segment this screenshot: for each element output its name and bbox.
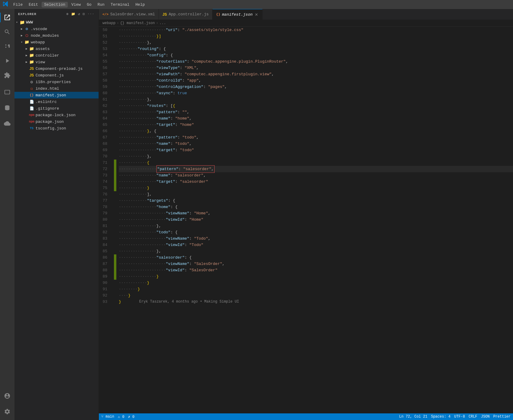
code-line-80: ····················"viewId": "Home" [119, 216, 513, 223]
tree-arrow-webapp: ▾ [19, 40, 24, 44]
tree-item-tsconfig[interactable]: ▶ TS tsconfig.json [14, 125, 99, 132]
code-line-72: ················"pattern": "salesorder", [119, 166, 513, 172]
extensions-activity-icon[interactable] [0, 68, 14, 82]
more-actions-icon[interactable]: ··· [87, 11, 95, 17]
tree-item-package-lock[interactable]: ▶ npm package-lock.json [14, 112, 99, 118]
code-line-87: ····················"viewName": "SalesOr… [119, 261, 513, 267]
tree-icon-eslintrc: 📄 [29, 100, 34, 104]
status-formatter[interactable]: Prettier [493, 415, 511, 419]
tree-item-vscode[interactable]: ▶ ⚙ .vscode [14, 26, 99, 32]
explorer-activity-icon[interactable] [0, 10, 14, 25]
menu-go[interactable]: Go [84, 2, 94, 8]
code-line-82: ················"todo": { [119, 229, 513, 235]
tree-icon-gitignore: 📄 [29, 106, 34, 111]
tree-item-node-modules[interactable]: ▶ ⬡ node_modules [14, 32, 99, 39]
code-line-75: ············} [119, 185, 513, 191]
tree-item-index[interactable]: ▶ ◻ index.html [14, 85, 99, 92]
tree-label-manifest: manifest.json [36, 93, 66, 98]
refresh-icon[interactable]: ↺ [77, 11, 81, 17]
tree-icon-package-lock: npm [29, 114, 34, 117]
database-activity-icon[interactable] [0, 101, 14, 115]
code-line-79: ····················"viewName": "Home", [119, 210, 513, 216]
code-line-51: ················}] [119, 33, 513, 39]
tree-arrow-vscode: ▶ [19, 27, 24, 31]
tree-label-i18n: i18n.properties [36, 80, 71, 84]
status-encoding[interactable]: UTF-8 [454, 415, 465, 419]
status-git-branch[interactable]: ⑂ main [101, 415, 114, 419]
cloud-activity-icon[interactable] [0, 116, 14, 131]
code-editor[interactable]: 50 51 52 53 54 55 56 57 58 59 60 61 62 6… [99, 27, 513, 413]
breadcrumb-sep2: › [156, 21, 158, 25]
tree-icon-tsconfig: TS [29, 127, 34, 130]
status-eol[interactable]: CRLF [469, 415, 477, 419]
source-control-activity-icon[interactable] [0, 39, 14, 54]
tree-icon-vscode: ⚙ [24, 26, 30, 31]
tree-icon-component-preload: JS [29, 67, 34, 71]
tree-icon-www: 📁 [19, 20, 25, 25]
tree-icon-node-modules: ⬡ [24, 34, 30, 38]
tree-item-package[interactable]: ▶ npm package.json [14, 118, 99, 125]
tab-bar: </> SalesOrder.view.xml JS App.controlle… [99, 9, 513, 20]
status-language[interactable]: JSON [481, 415, 490, 419]
breadcrumb-webapp[interactable]: webapp [102, 21, 115, 25]
line-numbers: 50 51 52 53 54 55 56 57 58 59 60 61 62 6… [99, 27, 114, 413]
tree-label-gitignore: .gitignore [36, 106, 59, 111]
search-activity-icon[interactable] [0, 25, 14, 39]
tree-item-controller[interactable]: ▶ 📁 controller [14, 52, 99, 59]
sidebar-title: EXPLORER [18, 12, 36, 16]
menu-run[interactable]: Run [95, 2, 107, 8]
tree-item-view[interactable]: ▶ 📁 view [14, 59, 99, 65]
menu-help[interactable]: Help [133, 2, 147, 8]
tab-close-manifest[interactable]: ✕ [254, 11, 259, 17]
code-line-74: ················"target": "salesorder" [119, 179, 513, 185]
tree-item-eslintrc[interactable]: ▶ 📄 .eslintrc [14, 98, 99, 105]
menu-terminal[interactable]: Terminal [108, 2, 132, 8]
breadcrumb-manifest[interactable]: {} manifest.json [120, 21, 155, 25]
remote-explorer-activity-icon[interactable] [0, 85, 14, 99]
code-line-59: ················"controlAggregation": "p… [119, 84, 513, 90]
menu-selection[interactable]: Selection [42, 2, 68, 8]
code-line-93: } Eryk Taszarek, 4 months ago • Making S… [119, 299, 513, 305]
tree-item-component[interactable]: ▶ JS Component.js [14, 72, 99, 79]
menu-view[interactable]: View [69, 2, 83, 8]
code-line-91: ········} [119, 286, 513, 292]
new-file-icon[interactable]: ⊕ [66, 11, 69, 17]
accounts-activity-icon[interactable] [0, 389, 14, 403]
menu-edit[interactable]: Edit [26, 2, 40, 8]
code-line-71: ············{ [119, 160, 513, 166]
tree-label-node-modules: node_modules [31, 33, 59, 38]
collapse-all-icon[interactable]: ⊟ [82, 11, 86, 17]
status-warnings[interactable]: ✗ 0 [128, 415, 135, 419]
tree-arrow-view: ▶ [24, 60, 29, 64]
tree-item-webapp[interactable]: ▾ 📁 webapp [14, 39, 99, 45]
tab-manifest[interactable]: {} manifest.json ✕ [212, 9, 262, 20]
code-line-58: ················"controlId": "app", [119, 77, 513, 84]
settings-activity-icon[interactable] [0, 404, 14, 419]
breadcrumb-more[interactable]: ... [159, 21, 166, 25]
tree-arrow-www: ▾ [14, 20, 19, 24]
tree-item-component-preload[interactable]: ▶ JS Component-preload.js [14, 65, 99, 72]
status-spaces[interactable]: Spaces: 4 [431, 415, 451, 419]
tab-appcontroller[interactable]: JS App.controller.js [159, 9, 212, 20]
menu-file[interactable]: File [11, 2, 25, 8]
code-line-73: ················"name": "salesorder", [119, 172, 513, 179]
status-cursor[interactable]: Ln 72, Col 21 [399, 415, 427, 419]
tree-item-i18n[interactable]: ▶ ⚙ i18n.properties [14, 79, 99, 85]
code-line-60: ················"async": true [119, 90, 513, 96]
sidebar-header-icons: ⊕ 📁 ↺ ⊟ ··· [66, 11, 95, 17]
run-debug-activity-icon[interactable] [0, 54, 14, 68]
tree-item-manifest[interactable]: ▶ {} manifest.json [14, 92, 99, 98]
tree-label-tsconfig: tsconfig.json [36, 126, 66, 131]
tree-item-gitignore[interactable]: ▶ 📄 .gitignore [14, 105, 99, 112]
code-content[interactable]: ····················"uri": "./assets/sty… [116, 27, 513, 413]
code-line-78: ················"home": { [119, 204, 513, 210]
tab-salesorder[interactable]: </> SalesOrder.view.xml [99, 9, 159, 20]
tree-item-www[interactable]: ▾ 📁 WWW [14, 19, 99, 26]
breadcrumb-sep1: › [117, 21, 119, 25]
status-errors[interactable]: ⚠ 0 [118, 415, 124, 419]
code-line-85: ················}, [119, 248, 513, 254]
new-folder-icon[interactable]: 📁 [71, 11, 76, 17]
tree-item-assets[interactable]: ▶ 📁 assets [14, 45, 99, 52]
code-line-77: ············"targets": { [119, 198, 513, 204]
sidebar: EXPLORER ⊕ 📁 ↺ ⊟ ··· ▾ 📁 WWW [14, 9, 99, 420]
